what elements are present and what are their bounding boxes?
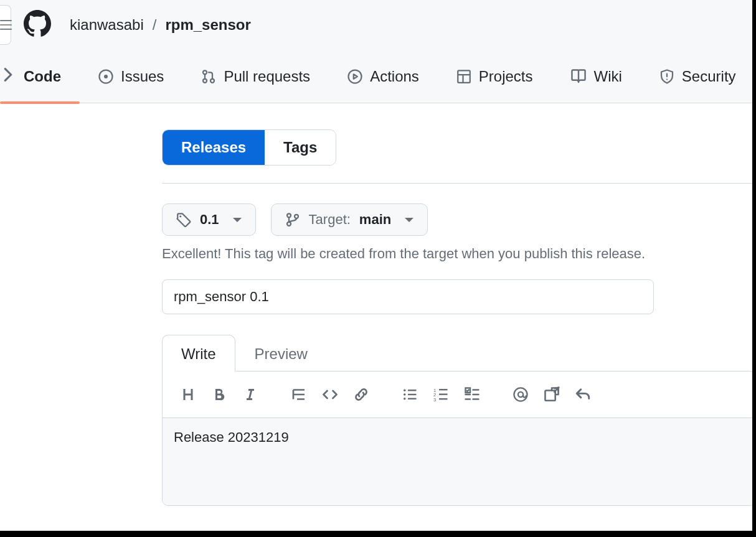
svg-point-11 [404,389,406,391]
breadcrumb-owner[interactable]: kianwasabi [70,16,144,34]
nav-projects-label: Projects [479,68,533,85]
editor-tabs: Write Preview [162,334,756,371]
releases-tab[interactable]: Releases [163,130,265,165]
nav-code[interactable]: Code [0,50,80,103]
write-tab[interactable]: Write [162,335,235,371]
caret-down-icon [405,218,413,222]
tag-value: 0.1 [200,212,219,228]
link-icon[interactable] [352,385,371,404]
target-label: Target: [309,212,351,228]
svg-point-24 [514,388,527,401]
book-icon [570,68,587,85]
nav-pulls[interactable]: Pull requests [182,50,329,103]
target-selector[interactable]: Target: main [271,203,428,236]
breadcrumb-separator: / [153,16,157,34]
svg-text:3: 3 [433,397,436,403]
chevron-right-icon [4,68,12,85]
svg-point-7 [179,215,181,217]
svg-rect-14 [408,390,417,391]
task-list-icon[interactable] [463,385,481,404]
nav-issues[interactable]: Issues [80,50,182,103]
ordered-list-icon[interactable]: 123 [432,385,450,404]
breadcrumb-repo[interactable]: rpm_sensor [165,16,250,34]
italic-icon[interactable] [241,385,260,404]
selectors-row: 0.1 Target: main [162,203,756,236]
reply-icon[interactable] [574,385,592,404]
nav-projects[interactable]: Projects [438,50,552,103]
tag-icon [176,212,191,227]
svg-point-10 [295,215,298,218]
tag-selector[interactable]: 0.1 [162,203,256,236]
svg-rect-15 [408,394,417,395]
play-circle-icon [347,69,362,84]
bold-icon[interactable] [210,385,229,404]
github-logo[interactable] [24,10,51,40]
issues-icon [98,69,113,84]
nav-issues-label: Issues [121,68,164,85]
nav-wiki[interactable]: Wiki [552,50,641,103]
release-title-input[interactable] [162,279,654,314]
svg-point-13 [404,398,406,400]
branch-icon [285,212,300,227]
target-value: main [359,212,391,228]
table-icon [456,69,471,84]
breadcrumb: kianwasabi / rpm_sensor [70,16,251,34]
quote-icon[interactable] [290,385,308,404]
svg-point-25 [518,392,523,397]
tag-hint-text: Excellent! This tag will be created from… [162,246,756,262]
shield-icon [659,69,674,84]
nav-wiki-label: Wiki [594,68,622,85]
editor-body-area [163,418,755,505]
preview-tab[interactable]: Preview [235,335,327,371]
hamburger-icon [0,18,12,32]
unordered-list-icon[interactable] [400,385,419,404]
svg-rect-22 [439,398,448,399]
editor-box: 123 [162,371,756,506]
nav-actions[interactable]: Actions [329,50,438,103]
repo-nav: Code Issues Pull requests Actions Projec… [0,50,756,103]
divider [162,183,756,184]
svg-point-1 [104,75,108,78]
nav-actions-label: Actions [370,68,419,85]
hamburger-menu-button[interactable] [0,5,11,45]
release-form: Releases Tags 0.1 Target: main Excellent… [0,103,756,506]
editor: Write Preview 123 [162,334,756,506]
pull-request-icon [201,69,216,84]
nav-code-label: Code [24,68,61,85]
release-body-textarea[interactable] [174,429,744,492]
svg-rect-21 [439,394,448,395]
svg-point-8 [287,213,291,217]
frame-edge-bottom [0,531,756,537]
top-bar: kianwasabi / rpm_sensor [0,0,756,50]
tags-tab[interactable]: Tags [265,130,336,165]
nav-pulls-label: Pull requests [224,68,310,85]
nav-security[interactable]: Security [641,50,755,103]
cross-reference-icon[interactable] [542,385,561,404]
heading-icon[interactable] [179,385,197,404]
svg-rect-6 [458,70,470,83]
frame-edge-right [752,0,756,537]
svg-point-5 [349,70,362,83]
caret-down-icon [233,218,242,222]
svg-rect-16 [408,398,417,399]
code-icon[interactable] [321,385,339,404]
releases-tags-toggle: Releases Tags [162,129,336,166]
svg-point-9 [287,222,291,226]
svg-point-12 [404,393,406,396]
mention-icon[interactable] [511,385,530,404]
svg-rect-20 [439,389,448,390]
nav-security-label: Security [682,68,736,85]
md-toolbar: 123 [163,371,755,418]
